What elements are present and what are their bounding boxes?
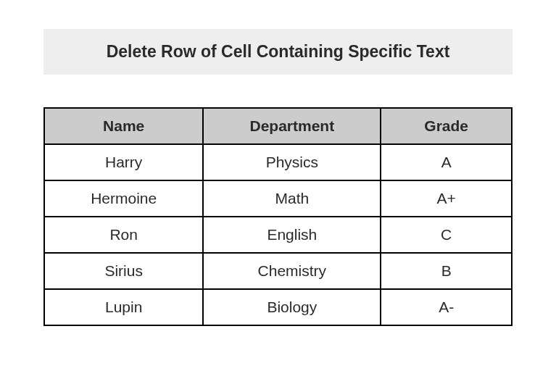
data-table: Name Department Grade Harry Physics A He… bbox=[43, 107, 513, 326]
table-header-row: Name Department Grade bbox=[44, 108, 512, 144]
table-row: Sirius Chemistry B bbox=[44, 253, 512, 289]
cell-grade: A bbox=[381, 144, 512, 180]
cell-department: Biology bbox=[203, 289, 381, 325]
cell-name: Sirius bbox=[44, 253, 203, 289]
page-title: Delete Row of Cell Containing Specific T… bbox=[43, 29, 513, 75]
cell-department: Math bbox=[203, 180, 381, 217]
cell-name: Harry bbox=[44, 144, 203, 180]
cell-name: Hermoine bbox=[44, 180, 203, 217]
table-row: Lupin Biology A- bbox=[44, 289, 512, 325]
cell-grade: A- bbox=[381, 289, 512, 325]
cell-name: Ron bbox=[44, 217, 203, 253]
header-name: Name bbox=[44, 108, 203, 144]
header-department: Department bbox=[203, 108, 381, 144]
table-row: Ron English C bbox=[44, 217, 512, 253]
cell-grade: A+ bbox=[381, 180, 512, 217]
cell-grade: B bbox=[381, 253, 512, 289]
header-grade: Grade bbox=[381, 108, 512, 144]
cell-department: Physics bbox=[203, 144, 381, 180]
cell-grade: C bbox=[381, 217, 512, 253]
cell-department: Chemistry bbox=[203, 253, 381, 289]
cell-name: Lupin bbox=[44, 289, 203, 325]
cell-department: English bbox=[203, 217, 381, 253]
table-row: Harry Physics A bbox=[44, 144, 512, 180]
table-row: Hermoine Math A+ bbox=[44, 180, 512, 217]
